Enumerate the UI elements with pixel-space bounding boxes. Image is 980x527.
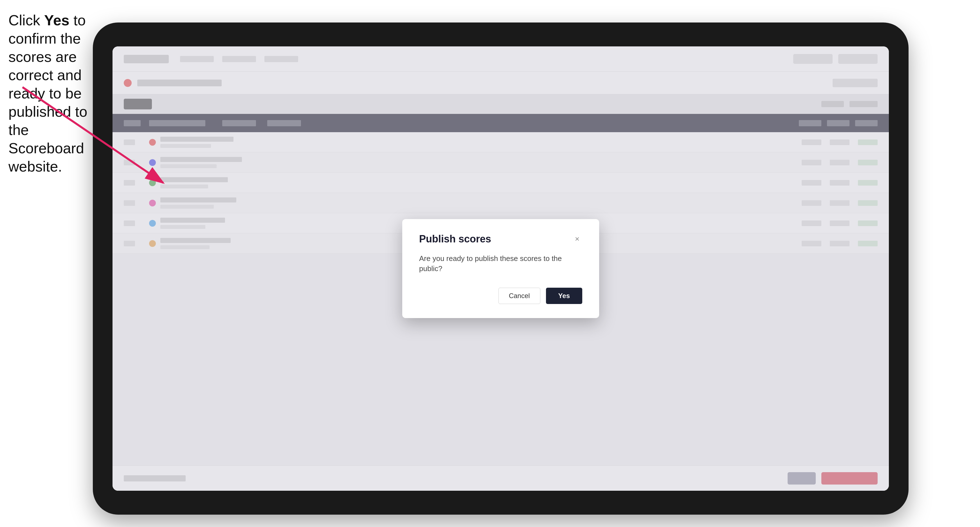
instruction-bold: Yes <box>44 12 70 29</box>
cancel-button[interactable]: Cancel <box>498 288 540 304</box>
modal-title: Publish scores <box>419 233 491 245</box>
modal-footer: Cancel Yes <box>419 288 582 304</box>
tablet-screen: Publish scores × Are you ready to publis… <box>113 46 889 491</box>
modal-body-text: Are you ready to publish these scores to… <box>419 253 582 274</box>
modal-header: Publish scores × <box>419 233 582 245</box>
publish-scores-modal: Publish scores × Are you ready to publis… <box>402 219 599 318</box>
modal-close-button[interactable]: × <box>572 234 582 244</box>
modal-overlay: Publish scores × Are you ready to publis… <box>113 46 889 491</box>
tablet-device: Publish scores × Are you ready to publis… <box>93 22 908 514</box>
yes-button[interactable]: Yes <box>546 288 582 304</box>
instruction-text: Click Yes to confirm the scores are corr… <box>8 11 90 176</box>
